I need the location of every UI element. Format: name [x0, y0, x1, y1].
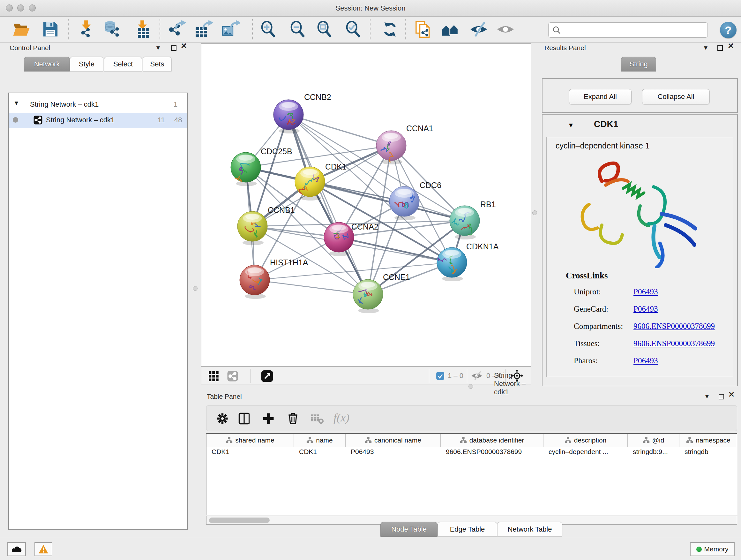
results-panel-float-icon[interactable]: [718, 45, 723, 51]
refresh-network-button[interactable]: [381, 20, 399, 39]
fit-selected-crosshair-icon[interactable]: [510, 369, 524, 382]
table-cell[interactable]: 9606.ENSP00000378699: [441, 447, 543, 458]
zoom-out-button[interactable]: [289, 20, 307, 39]
warnings-button[interactable]: [35, 542, 52, 556]
clone-network-button[interactable]: [414, 20, 432, 39]
edge-CCNB2-CCNA1[interactable]: [288, 115, 391, 145]
table-cell[interactable]: stringdb:9...: [628, 447, 679, 458]
zoom-in-button[interactable]: [260, 20, 278, 39]
tab-style[interactable]: Style: [70, 57, 104, 71]
collapse-all-button[interactable]: Collapse All: [642, 89, 710, 105]
network-collection-row[interactable]: ▼ String Network – cdk1 1: [9, 97, 187, 112]
right-splitter-handle[interactable]: [532, 210, 537, 215]
node-CCNA2[interactable]: CCNA2: [324, 222, 379, 256]
network-share-view-icon[interactable]: [227, 370, 239, 382]
open-session-button[interactable]: [12, 20, 30, 39]
crosslink-label: GeneCard:: [574, 305, 608, 313]
table-panel-float-icon[interactable]: [719, 394, 724, 399]
tab-edge-table[interactable]: Edge Table: [437, 522, 497, 537]
node-RB1[interactable]: RB1: [450, 200, 496, 240]
column-header-shared-name[interactable]: shared name: [206, 434, 294, 447]
results-panel-close-icon[interactable]: ✕: [728, 43, 734, 49]
memory-button[interactable]: Memory: [690, 542, 735, 556]
protein-collapse-icon[interactable]: ▼: [568, 122, 574, 129]
zoom-selected-button[interactable]: [345, 20, 362, 39]
table-cell[interactable]: stringdb: [679, 447, 737, 458]
node-CCNA1[interactable]: CCNA1: [376, 124, 433, 165]
network-nodes: CCNB2 CCNA1 CDC25B CDK1: [231, 92, 499, 313]
crosslink-link[interactable]: P06493: [633, 305, 658, 314]
crosslink-link[interactable]: 9606.ENSP00000378699: [633, 322, 715, 331]
network-canvas[interactable]: CCNB2 CCNA1 CDC25B CDK1: [201, 44, 531, 367]
table-panel-close-icon[interactable]: ✕: [728, 391, 735, 398]
import-network-database-button[interactable]: [104, 20, 122, 39]
table-hscroll-thumb[interactable]: [209, 517, 270, 523]
network-row[interactable]: String Network – cdk1 11 48: [9, 113, 187, 128]
node-CDK1[interactable]: CDK1: [295, 162, 347, 200]
save-session-button[interactable]: [42, 20, 59, 39]
column-header-canonical-name[interactable]: canonical name: [346, 434, 441, 447]
column-header-namespace[interactable]: namespace: [679, 434, 737, 447]
search-input[interactable]: [548, 22, 708, 38]
results-panel-menu-icon[interactable]: ▼: [703, 45, 709, 51]
node-label-CDK1: CDK1: [325, 162, 347, 171]
edge-HIST1H1A-CCNE1[interactable]: [255, 280, 368, 294]
gear-button[interactable]: [215, 412, 229, 426]
export-image-button[interactable]: [222, 20, 240, 39]
import-network-file-button[interactable]: [77, 20, 95, 39]
edge-CCNB2-CCNE1[interactable]: [288, 115, 368, 294]
grid-view-icon[interactable]: [208, 370, 219, 382]
table-cell[interactable]: CDK1: [294, 447, 346, 458]
collection-expand-icon[interactable]: ▼: [13, 100, 19, 107]
node-CDKN1A[interactable]: CDKN1A: [437, 242, 499, 281]
import-table-file-button[interactable]: [133, 20, 151, 39]
tab-string[interactable]: String: [621, 57, 656, 71]
column-header--id[interactable]: @id: [628, 434, 679, 447]
protein-description: cyclin–dependent kinase 1: [556, 141, 650, 150]
tab-select[interactable]: Select: [104, 57, 142, 71]
control-panel-menu-icon[interactable]: ▼: [155, 45, 161, 51]
zoom-selected-icon: [345, 20, 362, 38]
network-overview-button[interactable]: [442, 20, 460, 39]
node-table[interactable]: shared name name canonical name database…: [206, 433, 737, 515]
column-header-description[interactable]: description: [543, 434, 628, 447]
node-CDC6[interactable]: CDC6: [389, 181, 441, 220]
split-columns-button[interactable]: [237, 412, 251, 426]
tab-node-table[interactable]: Node Table: [381, 522, 437, 537]
delete-column-icon: [286, 412, 300, 426]
table-cell[interactable]: cyclin–dependent ...: [543, 447, 628, 458]
left-splitter-handle[interactable]: [193, 286, 198, 291]
edge-CCNA2-CDKN1A[interactable]: [339, 237, 452, 262]
table-panel-menu-icon[interactable]: ▼: [704, 393, 710, 400]
add-column-button[interactable]: [261, 412, 275, 426]
zoom-fit-button[interactable]: [316, 20, 334, 39]
tab-network-table[interactable]: Network Table: [497, 522, 562, 537]
search-field[interactable]: [561, 23, 708, 37]
expand-all-button[interactable]: Expand All: [569, 89, 631, 105]
node-CDC25B[interactable]: CDC25B: [231, 147, 292, 186]
crosslink-link[interactable]: 9606.ENSP00000378699: [633, 339, 715, 348]
birds-eye-view-icon[interactable]: [261, 370, 273, 382]
control-panel-close-icon[interactable]: ✕: [181, 43, 187, 49]
crosslink-label: Uniprot:: [574, 287, 601, 296]
delete-column-button[interactable]: [286, 412, 300, 426]
tab-sets[interactable]: Sets: [143, 57, 172, 71]
crosslink-link[interactable]: P06493: [633, 287, 658, 296]
export-network-button[interactable]: [168, 20, 186, 39]
help-button[interactable]: ?: [720, 22, 737, 38]
column-header-name[interactable]: name: [294, 434, 346, 447]
crosslink-label: Tissues:: [574, 339, 600, 348]
cloud-button[interactable]: [7, 542, 26, 556]
hide-panels-button[interactable]: [470, 20, 488, 39]
table-cell[interactable]: CDK1: [206, 447, 294, 458]
function-builder-icon[interactable]: f(x): [333, 411, 349, 424]
crosslink-label: Pharos:: [574, 356, 598, 365]
crosslink-link[interactable]: P06493: [633, 356, 658, 365]
table-cell[interactable]: P06493: [346, 447, 441, 458]
selected-checkbox-icon[interactable]: [436, 372, 445, 380]
column-header-database-identifier[interactable]: database identifier: [441, 434, 543, 447]
export-table-icon: [195, 20, 213, 38]
export-table-button[interactable]: [195, 20, 213, 39]
control-panel-float-icon[interactable]: [171, 45, 177, 51]
tab-network[interactable]: Network: [24, 57, 70, 71]
